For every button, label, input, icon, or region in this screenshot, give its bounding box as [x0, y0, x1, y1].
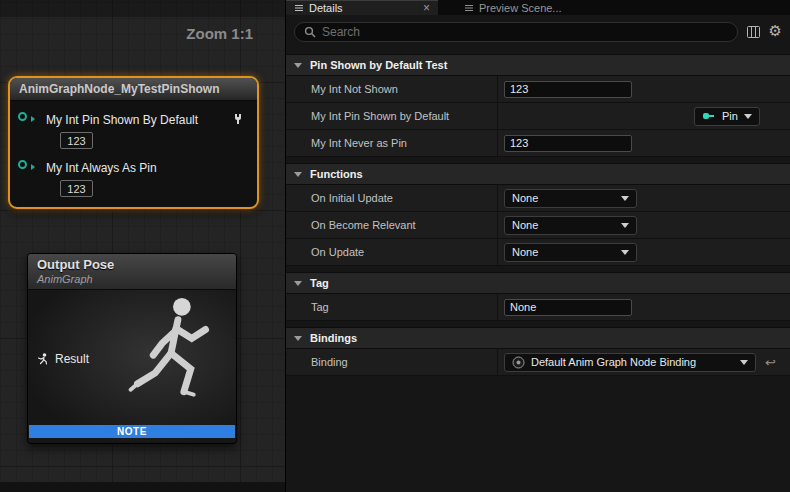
anim-graph-canvas[interactable]: Zoom 1:1 AnimGraphNode_MyTestPinShown My… [0, 0, 285, 492]
section-bindings: Bindings Binding Default Anim Graph Node… [286, 327, 790, 376]
property-row: My Int Not Shown [286, 76, 790, 103]
pin-value-input[interactable] [60, 180, 93, 197]
gear-icon[interactable]: ⚙ [769, 24, 782, 39]
section-functions: Functions On Initial Update None On Beco… [286, 163, 790, 266]
search-icon [304, 26, 316, 38]
section-title: Pin Shown by Default Test [310, 59, 447, 71]
my-int-never-as-pin-input[interactable] [504, 135, 632, 152]
node-subtitle: AnimGraph [37, 273, 227, 285]
pin-label: My Int Pin Shown By Default [46, 113, 198, 127]
chevron-down-icon [294, 63, 302, 68]
chevron-down-icon [621, 223, 629, 228]
chevron-down-icon [294, 281, 302, 286]
details-tab-icon [294, 3, 304, 13]
dropdown-value: Default Anim Graph Node Binding [531, 356, 734, 368]
tab-bar: Details × Preview Scene... [286, 0, 790, 15]
node-title: AnimGraphNode_MyTestPinShown [10, 78, 257, 101]
on-update-dropdown[interactable]: None [504, 243, 637, 262]
chevron-down-icon [621, 196, 629, 201]
section-title: Bindings [310, 332, 357, 344]
node-pin-row: My Int Pin Shown By Default [10, 110, 257, 149]
search-box[interactable] [294, 22, 738, 42]
property-label: Binding [286, 349, 498, 375]
output-node-body: Result NOTE [28, 290, 236, 442]
property-row: On Become Relevant None [286, 212, 790, 239]
chevron-down-icon [621, 250, 629, 255]
property-label: My Int Pin Shown by Default [286, 103, 498, 129]
property-label: Tag [286, 294, 498, 320]
tab-label: Preview Scene... [479, 2, 562, 14]
property-label: On Update [286, 239, 498, 265]
search-input[interactable] [322, 25, 728, 39]
int-pin-icon[interactable] [18, 160, 27, 169]
node-title: Output Pose [37, 257, 227, 272]
dropdown-value: None [512, 246, 615, 258]
section-tag: Tag Tag [286, 272, 790, 321]
mannequin-preview-image [114, 292, 232, 444]
dropdown-value: None [512, 219, 615, 231]
section-header-functions[interactable]: Functions [286, 163, 790, 185]
output-pose-node[interactable]: Output Pose AnimGraph [27, 253, 237, 444]
anim-graph-test-node[interactable]: AnimGraphNode_MyTestPinShown My Int Pin … [8, 76, 259, 209]
property-label: My Int Not Shown [286, 76, 498, 102]
details-panel: Details × Preview Scene... ⚙ Pin Shown b… [285, 0, 790, 492]
chevron-down-icon [740, 360, 748, 365]
pin-mode-dropdown[interactable]: Pin [694, 107, 760, 126]
binding-icon [512, 356, 525, 369]
section-title: Functions [310, 168, 363, 180]
dropdown-value: Pin [722, 110, 738, 122]
tag-input[interactable] [504, 299, 632, 316]
pin-icon [702, 111, 716, 121]
property-row: Tag [286, 294, 790, 321]
pin-label: My Int Always As Pin [46, 161, 157, 175]
column-view-icon[interactable] [747, 26, 760, 38]
on-initial-update-dropdown[interactable]: None [504, 189, 637, 208]
close-icon[interactable]: × [423, 3, 430, 13]
int-pin-icon[interactable] [18, 112, 27, 121]
preview-scene-tab-icon [464, 3, 474, 13]
property-row: My Int Never as Pin [286, 130, 790, 157]
property-label: My Int Never as Pin [286, 130, 498, 156]
chevron-down-icon [744, 114, 752, 119]
section-title: Tag [310, 277, 329, 289]
search-row: ⚙ [286, 15, 790, 48]
property-row: On Update None [286, 239, 790, 266]
reset-to-default-icon[interactable]: ↩ [765, 355, 776, 370]
graph-bottom-strip [0, 482, 285, 492]
my-int-not-shown-input[interactable] [504, 81, 632, 98]
dropdown-value: None [512, 192, 615, 204]
binding-dropdown[interactable]: Default Anim Graph Node Binding [504, 353, 756, 372]
section-header-tag[interactable]: Tag [286, 272, 790, 294]
node-pin-row: My Int Always As Pin [10, 158, 257, 197]
zoom-level-label: Zoom 1:1 [186, 25, 253, 42]
property-row: Binding Default Anim Graph Node Binding … [286, 349, 790, 376]
result-pin-label: Result [55, 352, 89, 366]
property-label: On Become Relevant [286, 212, 498, 238]
section-header-pin-shown[interactable]: Pin Shown by Default Test [286, 54, 790, 76]
pose-icon [37, 353, 49, 365]
tab-preview-scene[interactable]: Preview Scene... [456, 0, 570, 15]
on-become-relevant-dropdown[interactable]: None [504, 216, 637, 235]
property-label: On Initial Update [286, 185, 498, 211]
chevron-down-icon [294, 172, 302, 177]
section-header-bindings[interactable]: Bindings [286, 327, 790, 349]
section-pin-shown: Pin Shown by Default Test My Int Not Sho… [286, 54, 790, 157]
output-node-header: Output Pose AnimGraph [28, 254, 236, 290]
property-row: My Int Pin Shown by Default Pin [286, 103, 790, 130]
tab-label: Details [309, 2, 418, 14]
wrench-icon[interactable] [234, 111, 246, 129]
result-pin[interactable]: Result [37, 352, 89, 366]
property-row: On Initial Update None [286, 185, 790, 212]
note-bar[interactable]: NOTE [29, 425, 235, 438]
tab-details[interactable]: Details × [286, 0, 438, 15]
graph-top-strip [0, 0, 285, 17]
pin-value-input[interactable] [60, 132, 93, 149]
chevron-down-icon [294, 336, 302, 341]
